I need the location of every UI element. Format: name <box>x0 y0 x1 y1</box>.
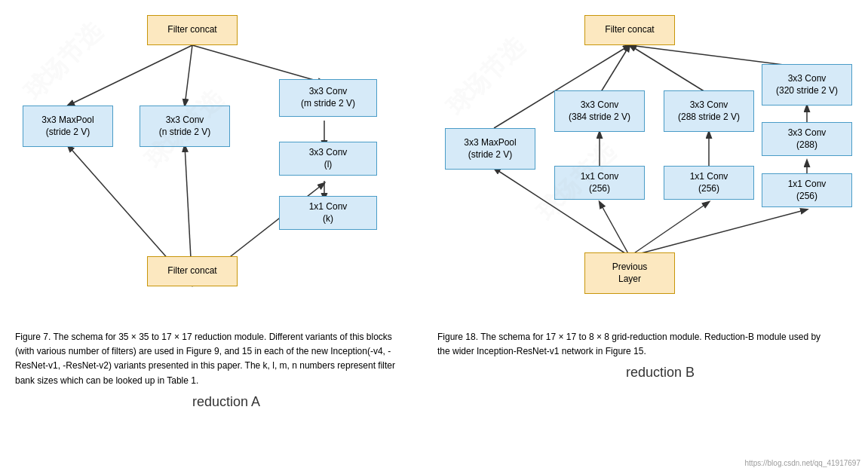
right-conv-256-3: 1x1 Conv(256) <box>762 173 852 207</box>
left-panel: Filter concat 3x3 MaxPool(stride 2 V) 3x… <box>15 8 437 410</box>
left-conv-l: 3x3 Conv(l) <box>279 142 377 176</box>
svg-line-13 <box>600 45 630 94</box>
main-container: Filter concat 3x3 MaxPool(stride 2 V) 3x… <box>0 0 868 417</box>
left-conv-k: 1x1 Conv(k) <box>279 196 377 230</box>
right-conv-256-2: 1x1 Conv(256) <box>664 166 754 200</box>
reduction-a-label: reduction A <box>15 394 437 410</box>
svg-line-14 <box>630 45 709 94</box>
right-conv-384: 3x3 Conv(384 stride 2 V) <box>554 90 645 132</box>
reduction-b-label: reduction B <box>437 365 868 381</box>
left-conv-n: 3x3 Conv(n stride 2 V) <box>140 106 230 147</box>
right-caption: Figure 18. The schema for 17 × 17 to 8 ×… <box>437 330 830 359</box>
right-filter-concat: Filter concat <box>584 15 675 45</box>
csdn-link: https://blog.csdn.net/qq_41917697 <box>745 459 860 467</box>
right-panel: Filter concat 3x3 MaxPool(stride 2 V) 3x… <box>437 8 868 410</box>
svg-line-1 <box>185 45 192 106</box>
left-maxpool: 3x3 MaxPool(stride 2 V) <box>23 106 113 147</box>
right-diagram: Filter concat 3x3 MaxPool(stride 2 V) 3x… <box>437 8 860 324</box>
svg-line-10 <box>630 202 709 256</box>
svg-line-0 <box>68 45 192 106</box>
right-conv-288: 3x3 Conv(288 stride 2 V) <box>664 90 754 132</box>
right-previous-layer: PreviousLayer <box>584 252 675 294</box>
right-conv-288b: 3x3 Conv(288) <box>762 122 852 156</box>
svg-line-9 <box>600 202 630 256</box>
left-caption: Figure 7. The schema for 35 × 35 to 17 ×… <box>15 330 407 388</box>
left-conv-m: 3x3 Conv(m stride 2 V) <box>279 79 377 117</box>
left-filter-concat-bottom: Filter concat <box>147 256 238 286</box>
left-diagram: Filter concat 3x3 MaxPool(stride 2 V) 3x… <box>15 8 407 324</box>
right-conv-256-1: 1x1 Conv(256) <box>554 166 645 200</box>
left-filter-concat-top: Filter concat <box>147 15 238 45</box>
right-maxpool: 3x3 MaxPool(stride 2 V) <box>445 128 535 170</box>
svg-line-11 <box>630 210 807 256</box>
right-conv-320: 3x3 Conv(320 stride 2 V) <box>762 64 852 106</box>
svg-line-2 <box>192 45 324 83</box>
